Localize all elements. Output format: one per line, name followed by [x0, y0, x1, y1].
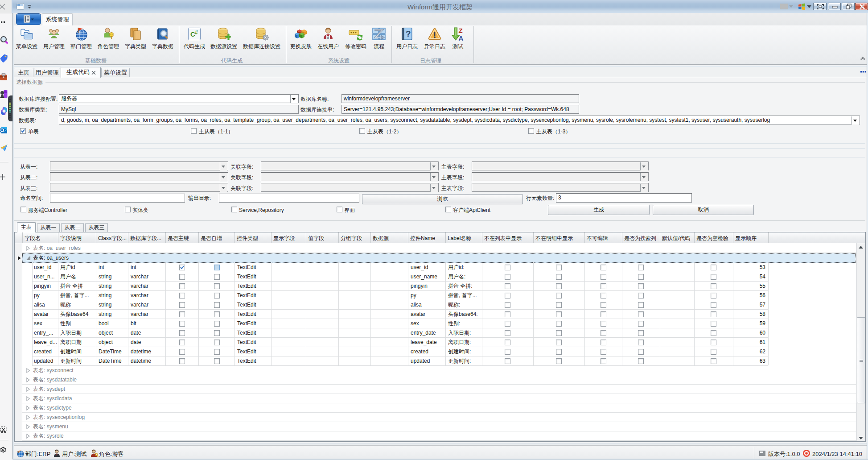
- svg-text:?: ?: [406, 29, 411, 38]
- svg-text:A: A: [459, 34, 464, 41]
- svg-text:#: #: [195, 29, 198, 36]
- svg-text:Z: Z: [459, 27, 463, 34]
